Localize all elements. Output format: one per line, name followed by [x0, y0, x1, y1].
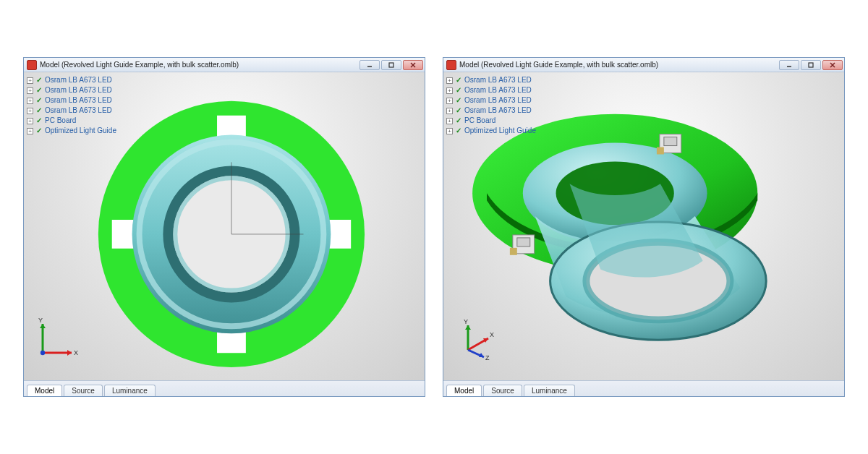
window-controls	[359, 60, 423, 70]
axis-y-label: Y	[38, 317, 43, 324]
titlebar[interactable]: Model (Revolved Light Guide Example, wit…	[24, 58, 425, 72]
tree-item[interactable]: +✓Osram LB A673 LED	[446, 75, 536, 85]
led-component	[657, 134, 681, 155]
svg-rect-28	[664, 137, 677, 146]
tab-source[interactable]: Source	[483, 385, 522, 396]
svg-rect-31	[517, 238, 530, 247]
window-front-view: Model (Revolved Light Guide Example, wit…	[23, 57, 425, 397]
tree-item[interactable]: +✓Osram LB A673 LED	[446, 95, 536, 106]
tab-model[interactable]: Model	[446, 385, 482, 396]
svg-rect-17	[809, 63, 813, 67]
check-icon: ✓	[455, 107, 462, 114]
titlebar[interactable]: Model (Revolved Light Guide Example, wit…	[443, 58, 844, 72]
axis-x-label: X	[74, 349, 78, 356]
expander-icon[interactable]: +	[27, 108, 33, 114]
maximize-button[interactable]	[801, 60, 821, 70]
check-icon: ✓	[35, 77, 43, 84]
tree-item[interactable]: +✓Osram LB A673 LED	[446, 106, 536, 116]
model-tree[interactable]: +✓Osram LB A673 LED +✓Osram LB A673 LED …	[446, 75, 536, 136]
svg-marker-14	[40, 324, 46, 328]
svg-rect-1	[389, 63, 393, 67]
expander-icon[interactable]: +	[27, 98, 33, 104]
axis-triad: Y X Z	[455, 317, 498, 360]
tree-item[interactable]: +✓Osram LB A673 LED	[27, 95, 116, 106]
check-icon: ✓	[35, 97, 43, 104]
svg-marker-34	[465, 325, 471, 330]
window-controls	[779, 60, 843, 70]
tree-item[interactable]: +✓Osram LB A673 LED	[27, 106, 116, 116]
check-icon: ✓	[455, 117, 462, 124]
bottom-tabs: Model Source Luminance	[24, 380, 425, 396]
expander-icon[interactable]: +	[446, 108, 453, 114]
svg-marker-12	[67, 350, 72, 356]
expander-icon[interactable]: +	[446, 77, 453, 84]
check-icon: ✓	[35, 117, 43, 124]
check-icon: ✓	[35, 87, 43, 94]
expander-icon[interactable]: +	[27, 118, 33, 124]
check-icon: ✓	[35, 127, 43, 134]
check-icon: ✓	[455, 127, 462, 134]
svg-rect-29	[657, 147, 664, 155]
tab-luminance[interactable]: Luminance	[104, 385, 156, 396]
check-icon: ✓	[455, 87, 462, 94]
window-title: Model (Revolved Light Guide Example, wit…	[459, 61, 779, 69]
expander-icon[interactable]: +	[27, 77, 33, 84]
app-icon	[27, 60, 37, 70]
tree-item[interactable]: +✓Osram LB A673 LED	[27, 85, 116, 95]
tree-item[interactable]: +✓PC Board	[446, 116, 536, 126]
led-component	[510, 235, 535, 255]
tab-model[interactable]: Model	[27, 385, 62, 396]
expander-icon[interactable]: +	[27, 87, 33, 94]
check-icon: ✓	[35, 107, 43, 114]
maximize-button[interactable]	[381, 60, 401, 70]
minimize-button[interactable]	[359, 60, 380, 70]
window-perspective-view: Model (Revolved Light Guide Example, wit…	[443, 57, 845, 397]
check-icon: ✓	[455, 77, 462, 84]
axis-z-label: Z	[485, 354, 490, 360]
bottom-tabs: Model Source Luminance	[443, 380, 844, 396]
expander-icon[interactable]: +	[446, 98, 453, 104]
expander-icon[interactable]: +	[446, 118, 453, 124]
tree-item[interactable]: +✓PC Board	[27, 116, 116, 126]
tab-luminance[interactable]: Luminance	[524, 385, 575, 396]
expander-icon[interactable]: +	[446, 87, 453, 94]
tree-item[interactable]: +✓Optimized Light Guide	[446, 126, 536, 136]
tree-item[interactable]: +✓Osram LB A673 LED	[27, 75, 116, 85]
tree-item[interactable]: +✓Optimized Light Guide	[27, 126, 116, 136]
close-button[interactable]	[822, 60, 843, 70]
check-icon: ✓	[455, 97, 462, 104]
svg-point-15	[41, 351, 45, 355]
viewport-front[interactable]: +✓Osram LB A673 LED +✓Osram LB A673 LED …	[24, 72, 425, 380]
app-icon	[446, 60, 456, 70]
tab-source[interactable]: Source	[64, 385, 103, 396]
axis-triad: X Y	[35, 317, 79, 360]
minimize-button[interactable]	[779, 60, 799, 70]
model-tree[interactable]: +✓Osram LB A673 LED +✓Osram LB A673 LED …	[27, 75, 116, 136]
expander-icon[interactable]: +	[446, 128, 453, 134]
window-title: Model (Revolved Light Guide Example, wit…	[40, 61, 359, 69]
close-button[interactable]	[403, 60, 423, 70]
axis-y-label: Y	[464, 318, 468, 325]
axis-x-label: X	[490, 331, 494, 338]
svg-rect-32	[510, 248, 517, 255]
expander-icon[interactable]: +	[27, 128, 33, 134]
viewport-perspective[interactable]: +✓Osram LB A673 LED +✓Osram LB A673 LED …	[443, 72, 844, 380]
tree-item[interactable]: +✓Osram LB A673 LED	[446, 85, 536, 95]
